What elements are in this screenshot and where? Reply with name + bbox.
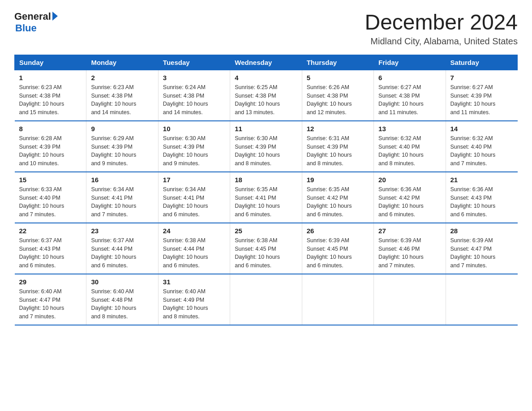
week-row-2: 8Sunrise: 6:28 AMSunset: 4:39 PMDaylight… bbox=[15, 121, 518, 172]
day-info: Sunrise: 6:38 AMSunset: 4:45 PMDaylight:… bbox=[235, 237, 280, 269]
day-number: 28 bbox=[450, 227, 513, 235]
logo: General Blue bbox=[14, 11, 58, 34]
calendar-cell: 8Sunrise: 6:28 AMSunset: 4:39 PMDaylight… bbox=[15, 121, 86, 172]
day-number: 10 bbox=[163, 125, 225, 133]
day-number: 8 bbox=[19, 125, 82, 133]
day-number: 17 bbox=[163, 176, 225, 184]
day-info: Sunrise: 6:28 AMSunset: 4:39 PMDaylight:… bbox=[19, 135, 64, 167]
day-info: Sunrise: 6:26 AMSunset: 4:38 PMDaylight:… bbox=[307, 84, 352, 116]
calendar-cell: 28Sunrise: 6:39 AMSunset: 4:47 PMDayligh… bbox=[446, 223, 517, 274]
day-info: Sunrise: 6:40 AMSunset: 4:47 PMDaylight:… bbox=[19, 288, 64, 320]
calendar-cell: 21Sunrise: 6:36 AMSunset: 4:43 PMDayligh… bbox=[446, 172, 517, 223]
header-cell-thursday: Thursday bbox=[302, 55, 373, 70]
day-info: Sunrise: 6:37 AMSunset: 4:44 PMDaylight:… bbox=[91, 237, 136, 269]
day-number: 6 bbox=[378, 74, 441, 81]
calendar-cell: 3Sunrise: 6:24 AMSunset: 4:38 PMDaylight… bbox=[158, 70, 230, 121]
calendar-cell: 14Sunrise: 6:32 AMSunset: 4:40 PMDayligh… bbox=[446, 121, 517, 172]
day-info: Sunrise: 6:32 AMSunset: 4:40 PMDaylight:… bbox=[450, 135, 496, 167]
day-number: 24 bbox=[163, 227, 225, 235]
day-number: 5 bbox=[307, 74, 369, 81]
day-number: 4 bbox=[235, 74, 297, 81]
day-info: Sunrise: 6:35 AMSunset: 4:42 PMDaylight:… bbox=[307, 186, 352, 218]
day-number: 25 bbox=[235, 227, 297, 235]
day-number: 20 bbox=[378, 176, 441, 184]
title-section: December 2024 Midland City, Alabama, Uni… bbox=[365, 11, 518, 47]
week-row-3: 15Sunrise: 6:33 AMSunset: 4:40 PMDayligh… bbox=[15, 172, 518, 223]
day-info: Sunrise: 6:39 AMSunset: 4:46 PMDaylight:… bbox=[378, 237, 424, 269]
day-number: 19 bbox=[307, 176, 369, 184]
day-number: 27 bbox=[378, 227, 441, 235]
calendar-cell: 9Sunrise: 6:29 AMSunset: 4:39 PMDaylight… bbox=[86, 121, 158, 172]
calendar-cell: 17Sunrise: 6:34 AMSunset: 4:41 PMDayligh… bbox=[158, 172, 230, 223]
calendar-body: 1Sunrise: 6:23 AMSunset: 4:38 PMDaylight… bbox=[15, 70, 518, 325]
day-info: Sunrise: 6:40 AMSunset: 4:49 PMDaylight:… bbox=[163, 288, 208, 320]
day-info: Sunrise: 6:40 AMSunset: 4:48 PMDaylight:… bbox=[91, 288, 136, 320]
day-info: Sunrise: 6:32 AMSunset: 4:40 PMDaylight:… bbox=[378, 135, 424, 167]
calendar-cell: 7Sunrise: 6:27 AMSunset: 4:39 PMDaylight… bbox=[446, 70, 517, 121]
page-header: General Blue December 2024 Midland City,… bbox=[14, 11, 518, 47]
day-number: 26 bbox=[307, 227, 369, 235]
day-number: 30 bbox=[91, 278, 153, 286]
day-number: 14 bbox=[450, 125, 513, 133]
day-info: Sunrise: 6:25 AMSunset: 4:38 PMDaylight:… bbox=[235, 84, 280, 116]
calendar-header: SundayMondayTuesdayWednesdayThursdayFrid… bbox=[15, 55, 518, 70]
header-cell-wednesday: Wednesday bbox=[230, 55, 302, 70]
calendar-cell: 23Sunrise: 6:37 AMSunset: 4:44 PMDayligh… bbox=[86, 223, 158, 274]
header-cell-friday: Friday bbox=[374, 55, 446, 70]
day-info: Sunrise: 6:23 AMSunset: 4:38 PMDaylight:… bbox=[19, 84, 64, 116]
calendar-cell: 10Sunrise: 6:30 AMSunset: 4:39 PMDayligh… bbox=[158, 121, 230, 172]
week-row-4: 22Sunrise: 6:37 AMSunset: 4:43 PMDayligh… bbox=[15, 223, 518, 274]
calendar-cell: 12Sunrise: 6:31 AMSunset: 4:39 PMDayligh… bbox=[302, 121, 373, 172]
header-row: SundayMondayTuesdayWednesdayThursdayFrid… bbox=[15, 55, 518, 70]
day-info: Sunrise: 6:31 AMSunset: 4:39 PMDaylight:… bbox=[307, 135, 352, 167]
calendar-cell: 25Sunrise: 6:38 AMSunset: 4:45 PMDayligh… bbox=[230, 223, 302, 274]
header-cell-sunday: Sunday bbox=[15, 55, 86, 70]
day-info: Sunrise: 6:30 AMSunset: 4:39 PMDaylight:… bbox=[235, 135, 280, 167]
day-number: 2 bbox=[91, 74, 153, 81]
calendar-cell: 4Sunrise: 6:25 AMSunset: 4:38 PMDaylight… bbox=[230, 70, 302, 121]
day-number: 23 bbox=[91, 227, 153, 235]
calendar-cell: 13Sunrise: 6:32 AMSunset: 4:40 PMDayligh… bbox=[374, 121, 446, 172]
day-number: 11 bbox=[235, 125, 297, 133]
day-number: 3 bbox=[163, 74, 225, 81]
day-number: 18 bbox=[235, 176, 297, 184]
calendar-cell: 6Sunrise: 6:27 AMSunset: 4:38 PMDaylight… bbox=[374, 70, 446, 121]
day-info: Sunrise: 6:27 AMSunset: 4:38 PMDaylight:… bbox=[378, 84, 424, 116]
day-number: 22 bbox=[19, 227, 82, 235]
day-number: 1 bbox=[19, 74, 82, 81]
main-title: December 2024 bbox=[365, 11, 518, 34]
day-info: Sunrise: 6:33 AMSunset: 4:40 PMDaylight:… bbox=[19, 186, 64, 218]
day-number: 7 bbox=[450, 74, 513, 81]
calendar-table: SundayMondayTuesdayWednesdayThursdayFrid… bbox=[14, 55, 518, 325]
calendar-cell: 19Sunrise: 6:35 AMSunset: 4:42 PMDayligh… bbox=[302, 172, 373, 223]
week-row-5: 29Sunrise: 6:40 AMSunset: 4:47 PMDayligh… bbox=[15, 274, 518, 325]
calendar-cell: 22Sunrise: 6:37 AMSunset: 4:43 PMDayligh… bbox=[15, 223, 86, 274]
day-info: Sunrise: 6:23 AMSunset: 4:38 PMDaylight:… bbox=[91, 84, 136, 116]
calendar-cell: 30Sunrise: 6:40 AMSunset: 4:48 PMDayligh… bbox=[86, 274, 158, 325]
day-number: 15 bbox=[19, 176, 82, 184]
day-info: Sunrise: 6:39 AMSunset: 4:47 PMDaylight:… bbox=[450, 237, 496, 269]
day-info: Sunrise: 6:36 AMSunset: 4:43 PMDaylight:… bbox=[450, 186, 496, 218]
calendar-cell: 26Sunrise: 6:39 AMSunset: 4:45 PMDayligh… bbox=[302, 223, 373, 274]
calendar-cell: 16Sunrise: 6:34 AMSunset: 4:41 PMDayligh… bbox=[86, 172, 158, 223]
day-info: Sunrise: 6:30 AMSunset: 4:39 PMDaylight:… bbox=[163, 135, 208, 167]
day-info: Sunrise: 6:37 AMSunset: 4:43 PMDaylight:… bbox=[19, 237, 64, 269]
day-number: 29 bbox=[19, 278, 82, 286]
day-info: Sunrise: 6:35 AMSunset: 4:41 PMDaylight:… bbox=[235, 186, 280, 218]
calendar-cell: 27Sunrise: 6:39 AMSunset: 4:46 PMDayligh… bbox=[374, 223, 446, 274]
header-cell-tuesday: Tuesday bbox=[158, 55, 230, 70]
day-info: Sunrise: 6:34 AMSunset: 4:41 PMDaylight:… bbox=[163, 186, 208, 218]
calendar-cell: 1Sunrise: 6:23 AMSunset: 4:38 PMDaylight… bbox=[15, 70, 86, 121]
calendar-cell: 24Sunrise: 6:38 AMSunset: 4:44 PMDayligh… bbox=[158, 223, 230, 274]
day-info: Sunrise: 6:27 AMSunset: 4:39 PMDaylight:… bbox=[450, 84, 496, 116]
day-info: Sunrise: 6:24 AMSunset: 4:38 PMDaylight:… bbox=[163, 84, 208, 116]
day-info: Sunrise: 6:34 AMSunset: 4:41 PMDaylight:… bbox=[91, 186, 136, 218]
calendar-cell bbox=[446, 274, 517, 325]
calendar-cell bbox=[302, 274, 373, 325]
calendar-cell: 2Sunrise: 6:23 AMSunset: 4:38 PMDaylight… bbox=[86, 70, 158, 121]
subtitle: Midland City, Alabama, United States bbox=[365, 36, 518, 47]
calendar-cell: 29Sunrise: 6:40 AMSunset: 4:47 PMDayligh… bbox=[15, 274, 86, 325]
day-number: 21 bbox=[450, 176, 513, 184]
calendar-cell: 31Sunrise: 6:40 AMSunset: 4:49 PMDayligh… bbox=[158, 274, 230, 325]
logo-blue: Blue bbox=[15, 22, 37, 34]
